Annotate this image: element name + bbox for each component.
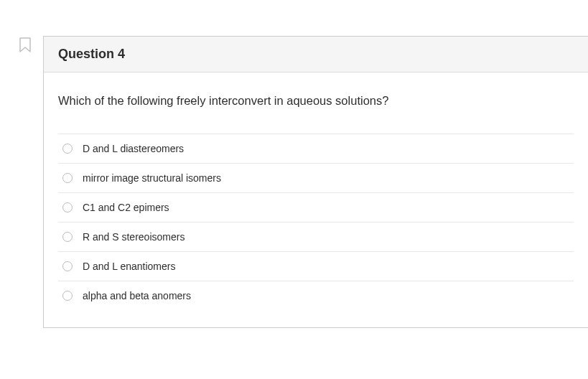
option-label: alpha and beta anomers: [83, 290, 191, 301]
question-title: Question 4: [58, 47, 574, 62]
radio-icon[interactable]: [62, 173, 73, 183]
option-row[interactable]: R and S stereoisomers: [58, 222, 574, 251]
radio-icon[interactable]: [62, 291, 73, 301]
radio-icon[interactable]: [62, 261, 73, 271]
option-label: mirror image structural isomers: [83, 172, 221, 184]
radio-icon[interactable]: [62, 232, 73, 242]
option-row[interactable]: C1 and C2 epimers: [58, 192, 574, 222]
question-header: Question 4: [44, 37, 588, 72]
option-row[interactable]: alpha and beta anomers: [58, 281, 574, 310]
question-body: Which of the following freely interconve…: [44, 72, 588, 327]
flag-column: [7, 36, 43, 328]
question-card: Question 4 Which of the following freely…: [43, 36, 588, 328]
quiz-container: Question 4 Which of the following freely…: [0, 0, 588, 328]
option-row[interactable]: mirror image structural isomers: [58, 163, 574, 192]
bookmark-icon[interactable]: [19, 37, 32, 53]
option-label: D and L enantiomers: [83, 261, 175, 272]
options-list: D and L diastereomers mirror image struc…: [58, 134, 574, 310]
option-label: R and S stereoisomers: [83, 231, 185, 243]
option-row[interactable]: D and L diastereomers: [58, 134, 574, 163]
option-row[interactable]: D and L enantiomers: [58, 251, 574, 281]
option-label: C1 and C2 epimers: [83, 202, 169, 213]
option-label: D and L diastereomers: [83, 143, 184, 154]
question-prompt: Which of the following freely interconve…: [58, 94, 574, 108]
radio-icon[interactable]: [62, 202, 73, 212]
radio-icon[interactable]: [62, 144, 73, 154]
